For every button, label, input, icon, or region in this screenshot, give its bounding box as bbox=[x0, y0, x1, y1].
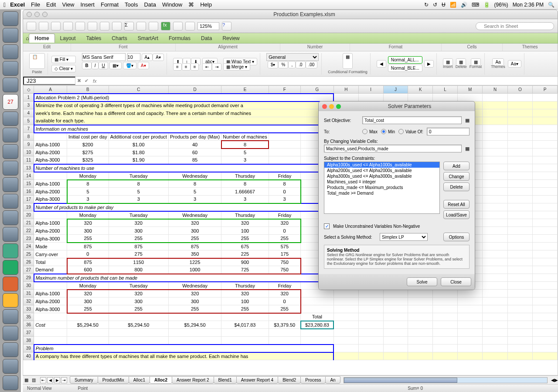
row-header-24[interactable]: 24 bbox=[24, 243, 34, 250]
sheet-tab-productmix[interactable]: ProductMix bbox=[98, 376, 129, 384]
row-header-16[interactable]: 16 bbox=[24, 188, 34, 196]
select-all-corner[interactable]: ◇ bbox=[24, 86, 34, 94]
row-header-4[interactable]: 4 bbox=[24, 109, 34, 117]
scroll-right-icon[interactable]: ▶ bbox=[555, 378, 558, 382]
cut-icon[interactable] bbox=[75, 22, 85, 30]
dock-finder-icon[interactable] bbox=[3, 11, 18, 26]
tab-home[interactable]: Home bbox=[29, 34, 54, 43]
minimize-icon[interactable] bbox=[329, 104, 334, 109]
dock-app-icon[interactable] bbox=[3, 210, 18, 225]
dock-dashboard-icon[interactable] bbox=[3, 28, 18, 43]
paste-button[interactable]: 📋 bbox=[29, 53, 45, 69]
tab-prev-icon[interactable]: ◀ bbox=[47, 377, 53, 383]
font-size[interactable] bbox=[127, 53, 140, 61]
dock-ichat-icon[interactable] bbox=[3, 78, 18, 92]
dock-safari-icon[interactable] bbox=[3, 44, 18, 59]
paste-icon[interactable] bbox=[100, 22, 109, 30]
zoom-input[interactable] bbox=[197, 22, 219, 30]
dock-trash-icon[interactable] bbox=[3, 375, 18, 390]
apple-menu-icon[interactable]:  bbox=[3, 1, 6, 8]
constraint-item[interactable]: Alpha3000s_used <= Alpha3000s_available bbox=[324, 173, 439, 179]
time-machine-icon[interactable]: ↺ bbox=[433, 2, 437, 8]
minimize-icon[interactable] bbox=[34, 12, 40, 17]
font-select[interactable] bbox=[82, 53, 126, 61]
wifi-icon[interactable]: 📶 bbox=[450, 2, 456, 8]
sheet-tab-alloc1[interactable]: Alloc1 bbox=[129, 376, 150, 384]
enter-formula-icon[interactable]: ✔ bbox=[83, 78, 90, 84]
row-header-14[interactable]: 14 bbox=[24, 172, 34, 180]
sheet-tab-answer report 4[interactable]: Answer Report 4 bbox=[236, 376, 278, 384]
percent-icon[interactable]: % bbox=[278, 61, 288, 68]
dock-app-icon[interactable] bbox=[3, 227, 18, 242]
close-button[interactable]: Close bbox=[441, 277, 471, 286]
chart-icon[interactable] bbox=[173, 22, 183, 30]
row-header-20[interactable]: 20 bbox=[24, 211, 34, 219]
ribbon-home-icon[interactable]: ⌂ bbox=[26, 35, 29, 41]
menu-insert[interactable]: Insert bbox=[80, 1, 95, 8]
style-normal-all[interactable]: Normal_ALL... bbox=[388, 56, 422, 64]
row-header-13[interactable]: 13 bbox=[24, 164, 34, 172]
tab-next-icon[interactable]: ▶ bbox=[54, 377, 60, 383]
dock-ppt-icon[interactable] bbox=[3, 277, 18, 291]
menu-window[interactable]: Window bbox=[162, 1, 182, 8]
close-icon[interactable] bbox=[27, 12, 32, 17]
italic-button[interactable]: I bbox=[92, 62, 99, 69]
underline-button[interactable]: U bbox=[99, 62, 108, 69]
radio-max[interactable]: Max bbox=[362, 129, 378, 134]
dock-itunes-icon[interactable] bbox=[3, 112, 18, 126]
row-header-31[interactable]: 31 bbox=[24, 290, 34, 297]
col-header-C[interactable]: C bbox=[109, 86, 168, 94]
dock-app-icon[interactable] bbox=[3, 194, 18, 209]
row-header-38[interactable]: 38 bbox=[24, 337, 34, 345]
tab-data[interactable]: Data bbox=[196, 34, 217, 43]
view-normal-icon[interactable]: ▦ bbox=[23, 378, 30, 382]
bluetooth-icon[interactable]: Ʉ bbox=[442, 2, 446, 8]
window-titlebar[interactable]: Production Examples.xlsm bbox=[23, 10, 558, 19]
border-button[interactable]: ▦▾ bbox=[109, 62, 122, 69]
row-header-19[interactable]: 19 bbox=[24, 203, 34, 211]
row-header-39[interactable]: 39 bbox=[24, 345, 34, 352]
clear-button[interactable]: ◇ Clear ▾ bbox=[51, 65, 76, 72]
bold-button[interactable]: B bbox=[82, 62, 91, 69]
dock-app-icon[interactable] bbox=[3, 326, 18, 341]
nonneg-checkbox[interactable]: ✓ bbox=[324, 223, 330, 229]
fill-color-button[interactable]: 🪣▾ bbox=[123, 62, 136, 69]
formula-input[interactable] bbox=[99, 77, 558, 85]
constraint-item[interactable]: Products_made <= Maximum_products bbox=[324, 185, 439, 190]
indent-inc-icon[interactable]: ⇥ bbox=[212, 63, 221, 71]
dock-app-icon[interactable] bbox=[3, 177, 18, 192]
col-header-D[interactable]: D bbox=[168, 86, 221, 94]
row-header-1[interactable]: 1 bbox=[24, 94, 34, 101]
row-header-25[interactable]: 25 bbox=[24, 250, 34, 258]
add-constraint-button[interactable]: Add bbox=[443, 162, 470, 170]
change-constraint-button[interactable]: Change bbox=[443, 172, 470, 181]
align-center-icon[interactable]: ≡ bbox=[182, 63, 191, 71]
currency-icon[interactable]: $▾ bbox=[268, 61, 279, 68]
indent-dec-icon[interactable]: ⇤ bbox=[202, 63, 212, 71]
options-button[interactable]: Options bbox=[443, 233, 470, 241]
solver-titlebar[interactable]: Solver Parameters bbox=[319, 101, 475, 111]
constraint-item[interactable]: Total_made >= Demand bbox=[324, 190, 439, 196]
dock-app-icon[interactable] bbox=[3, 359, 18, 374]
col-header-J[interactable]: J bbox=[383, 86, 408, 94]
filter-icon[interactable] bbox=[149, 22, 158, 30]
fx-icon[interactable]: fx bbox=[90, 78, 99, 84]
col-header-P[interactable]: P bbox=[532, 86, 557, 94]
menu-help[interactable]: Help bbox=[200, 1, 212, 8]
redo-icon[interactable] bbox=[51, 22, 61, 30]
tab-last-icon[interactable]: ⇥ bbox=[61, 377, 67, 383]
inc-dec-icon[interactable]: .0 bbox=[296, 61, 305, 68]
reset-all-button[interactable]: Reset All bbox=[443, 200, 470, 209]
col-header-O[interactable]: O bbox=[507, 86, 532, 94]
col-header-H[interactable]: H bbox=[333, 86, 358, 94]
row-header-37[interactable]: 37 bbox=[24, 329, 34, 337]
row-header-5[interactable]: 5 bbox=[24, 117, 34, 125]
undo-icon[interactable] bbox=[39, 22, 48, 30]
font-color-button[interactable]: A▾ bbox=[138, 62, 149, 69]
constraint-item[interactable]: Alpha2000s_used <= Alpha2000s_available bbox=[324, 168, 439, 173]
copy-icon[interactable] bbox=[88, 22, 97, 30]
row-header-15[interactable]: 15 bbox=[24, 180, 34, 188]
row-header-36[interactable]: 36 bbox=[24, 321, 34, 329]
zoom-icon[interactable] bbox=[336, 104, 341, 109]
menu-edit[interactable]: Edit bbox=[46, 1, 56, 8]
